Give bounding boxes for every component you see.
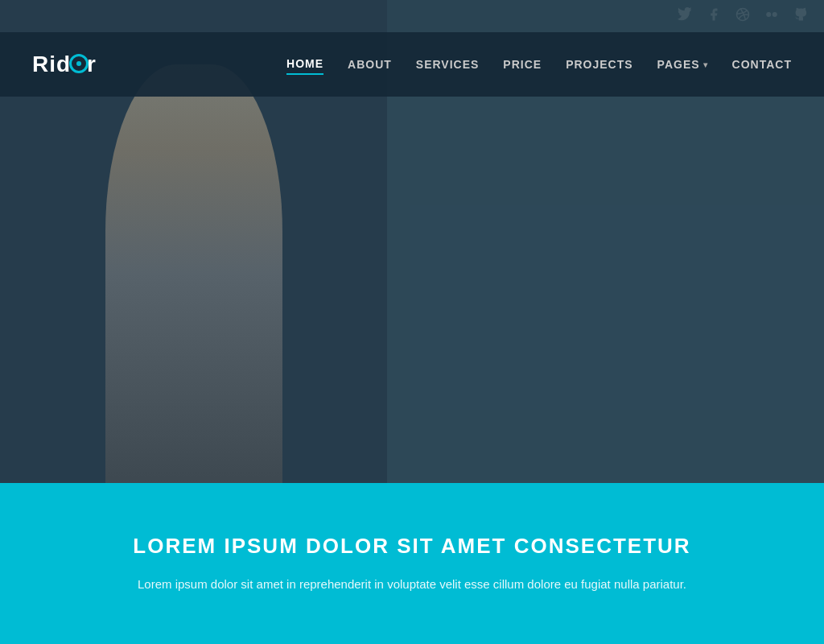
nav-projects[interactable]: PROJECTS: [566, 55, 632, 74]
nav-home[interactable]: HOME: [286, 54, 323, 75]
nav-price[interactable]: PRICE: [503, 55, 542, 74]
info-section: LOREM IPSUM DOLOR SIT AMET CONSECTETUR L…: [0, 483, 824, 644]
section-body: Lorem ipsum dolor sit amet in reprehende…: [138, 575, 686, 594]
nav-services[interactable]: SERVICES: [416, 55, 480, 74]
nav-pages-label: PAGES: [657, 58, 700, 71]
chevron-down-icon: ▾: [703, 60, 708, 69]
nav-pages[interactable]: PAGES ▾: [657, 55, 708, 74]
logo-o-icon: [69, 54, 89, 73]
navbar: Ridr HOME ABOUT SERVICES PRICE PROJECTS …: [0, 32, 824, 97]
section-heading: LOREM IPSUM DOLOR SIT AMET CONSECTETUR: [133, 534, 690, 559]
nav-contact[interactable]: CONTACT: [732, 55, 792, 74]
logo[interactable]: Ridr: [32, 52, 97, 77]
nav-menu: HOME ABOUT SERVICES PRICE PROJECTS PAGES…: [286, 54, 792, 75]
nav-about[interactable]: ABOUT: [348, 55, 392, 74]
logo-text: Rid: [32, 52, 71, 76]
